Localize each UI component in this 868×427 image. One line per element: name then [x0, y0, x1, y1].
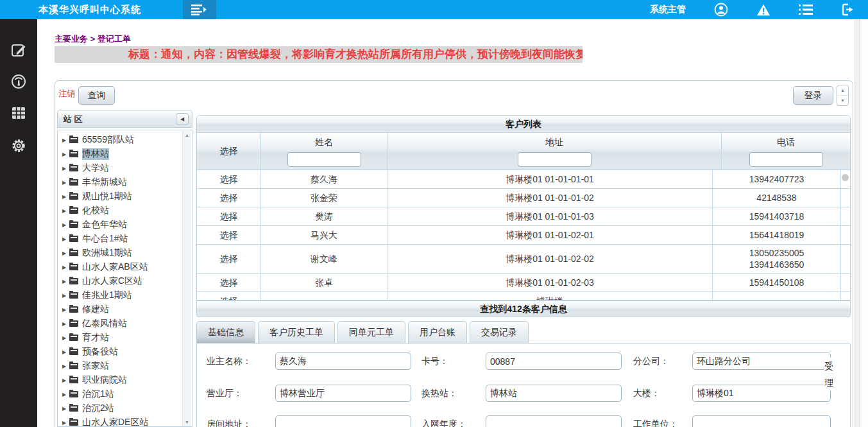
caret-right-icon[interactable]: ▶ — [62, 392, 69, 397]
tree-item[interactable]: ▶山水人家AB区站 — [58, 260, 182, 274]
tab-4[interactable]: 用户台账 — [408, 321, 467, 344]
tree-item-label[interactable]: 治沉2站 — [82, 403, 114, 414]
caret-right-icon[interactable]: ▶ — [62, 152, 69, 157]
grid-table-icon[interactable] — [11, 105, 26, 121]
tree-item[interactable]: ▶博林站 — [58, 147, 182, 161]
tree-item-label[interactable]: 化校站 — [82, 205, 109, 216]
caret-right-icon[interactable]: ▶ — [62, 166, 69, 171]
collapse-panel-button[interactable]: ◀ — [176, 113, 189, 125]
select-cell[interactable]: 选择 — [197, 292, 261, 300]
tree-item-label[interactable]: 金色年华站 — [82, 219, 127, 231]
tree-item-label[interactable]: 大学站 — [82, 162, 109, 174]
field-input[interactable] — [486, 353, 622, 370]
tree-item-label[interactable]: 佳兆业1期站 — [82, 290, 132, 301]
caret-right-icon[interactable]: ▶ — [62, 194, 69, 200]
tree-item-label[interactable]: 牛心台1#站 — [82, 233, 128, 245]
tree-item[interactable]: ▶张家站 — [58, 359, 182, 373]
address-filter-input[interactable] — [518, 152, 591, 167]
tab-2[interactable]: 客户历史工单 — [258, 321, 335, 344]
phone-filter-input[interactable] — [749, 152, 823, 167]
logout-link[interactable]: 注销 — [58, 88, 75, 100]
dashboard-gauge-icon[interactable] — [11, 74, 26, 89]
query-button[interactable]: 查询 — [78, 86, 115, 105]
tree-item[interactable]: ▶山水人家DE区站 — [58, 415, 182, 427]
tree-item-label[interactable]: 亿泰风情站 — [82, 318, 127, 329]
breadcrumb-parent[interactable]: 主要业务 — [55, 34, 88, 44]
tree-item[interactable]: ▶化校站 — [58, 204, 182, 218]
tree-item[interactable]: ▶育才站 — [58, 331, 182, 345]
caret-right-icon[interactable]: ▶ — [62, 293, 69, 299]
caret-right-icon[interactable]: ▶ — [62, 420, 69, 426]
tree-item-label[interactable]: 丰华新城站 — [82, 177, 127, 188]
tree-item[interactable]: ▶治沉2站 — [58, 401, 182, 415]
tree-item[interactable]: ▶大学站 — [58, 161, 182, 175]
select-cell[interactable]: 选择 — [197, 189, 261, 207]
tree-item[interactable]: ▶修建站 — [58, 302, 182, 317]
field-input[interactable] — [275, 353, 411, 370]
edit-order-icon[interactable] — [11, 42, 26, 58]
table-scrollbar[interactable] — [841, 274, 850, 292]
tree-scroll-up-icon[interactable]: ▲ — [183, 131, 191, 140]
field-input[interactable] — [692, 415, 831, 427]
sidebar-toggle-button[interactable] — [183, 0, 216, 19]
spinner-up-icon[interactable]: ▲ — [837, 85, 848, 96]
tree-item[interactable]: ▶欧洲城1期站 — [58, 246, 182, 260]
table-scrollbar[interactable] — [841, 226, 850, 244]
field-input[interactable] — [692, 353, 831, 370]
tree-item-label[interactable]: 欧洲城1期站 — [82, 247, 132, 259]
tree-item[interactable]: ▶预备役站 — [58, 345, 182, 359]
field-input[interactable] — [486, 385, 622, 402]
tree-item-label[interactable]: 观山悦1期站 — [82, 191, 132, 202]
field-input[interactable] — [275, 385, 411, 402]
gear-icon[interactable] — [11, 138, 26, 153]
caret-right-icon[interactable]: ▶ — [62, 363, 69, 369]
tree-item[interactable]: ▶亿泰风情站 — [58, 317, 182, 331]
tree-scrollbar[interactable]: ▲ ▼ — [182, 131, 191, 427]
tree-item[interactable]: ▶职业病院站 — [58, 373, 182, 387]
tree-item[interactable]: ▶山水人家C区站 — [58, 274, 182, 288]
tree-item-label[interactable]: 修建站 — [82, 304, 109, 315]
select-cell[interactable]: 选择 — [197, 226, 261, 244]
tree-item-label[interactable]: 育才站 — [82, 332, 109, 344]
caret-right-icon[interactable]: ▶ — [62, 137, 69, 143]
tab-5[interactable]: 交易记录 — [470, 321, 529, 344]
caret-right-icon[interactable]: ▶ — [62, 349, 69, 355]
select-cell[interactable]: 选择 — [197, 245, 261, 273]
caret-right-icon[interactable]: ▶ — [62, 335, 69, 341]
tree-item-label[interactable]: 山水人家DE区站 — [82, 417, 148, 427]
user-role-label[interactable]: 系统主管 — [650, 4, 686, 15]
caret-right-icon[interactable]: ▶ — [62, 279, 69, 284]
field-input[interactable] — [486, 415, 622, 427]
tree-item-label[interactable]: 职业病院站 — [82, 374, 127, 386]
tab-3[interactable]: 同单元工单 — [337, 321, 405, 344]
tree-item-label[interactable]: 预备役站 — [82, 346, 118, 358]
select-cell[interactable]: 选择 — [197, 170, 261, 188]
name-filter-input[interactable] — [287, 152, 361, 167]
page-scrollbar[interactable] — [860, 19, 868, 427]
caret-right-icon[interactable]: ▶ — [62, 378, 69, 383]
tree-item-label[interactable]: 山水人家C区站 — [82, 275, 142, 287]
caret-right-icon[interactable]: ▶ — [62, 321, 69, 327]
tree-item-label[interactable]: 治沉1站 — [82, 388, 114, 400]
table-scrollbar[interactable] — [841, 189, 850, 207]
user-profile-icon[interactable] — [714, 3, 728, 17]
alert-icon[interactable] — [756, 3, 770, 17]
spinner-down-icon[interactable]: ▼ — [837, 96, 848, 105]
select-cell[interactable]: 选择 — [197, 207, 261, 225]
select-cell[interactable]: 选择 — [197, 274, 261, 292]
table-scrollbar[interactable] — [841, 292, 850, 300]
tree-item[interactable]: ▶观山悦1期站 — [58, 189, 182, 204]
tab-1[interactable]: 基础信息 — [196, 321, 255, 344]
tree-item[interactable]: ▶65559部队站 — [58, 133, 182, 147]
tree-item-label[interactable]: 65559部队站 — [82, 134, 134, 146]
tree-item[interactable]: ▶牛心台1#站 — [58, 232, 182, 246]
caret-right-icon[interactable]: ▶ — [62, 208, 69, 214]
logout-icon[interactable] — [841, 3, 855, 17]
caret-right-icon[interactable]: ▶ — [62, 250, 69, 256]
tree-item-label[interactable]: 张家站 — [82, 360, 109, 372]
tree-item[interactable]: ▶佳兆业1期站 — [58, 288, 182, 302]
caret-right-icon[interactable]: ▶ — [62, 265, 69, 270]
scroll-thumb[interactable] — [842, 174, 849, 181]
table-scrollbar[interactable] — [841, 207, 850, 225]
menu-list-icon[interactable] — [799, 3, 813, 17]
